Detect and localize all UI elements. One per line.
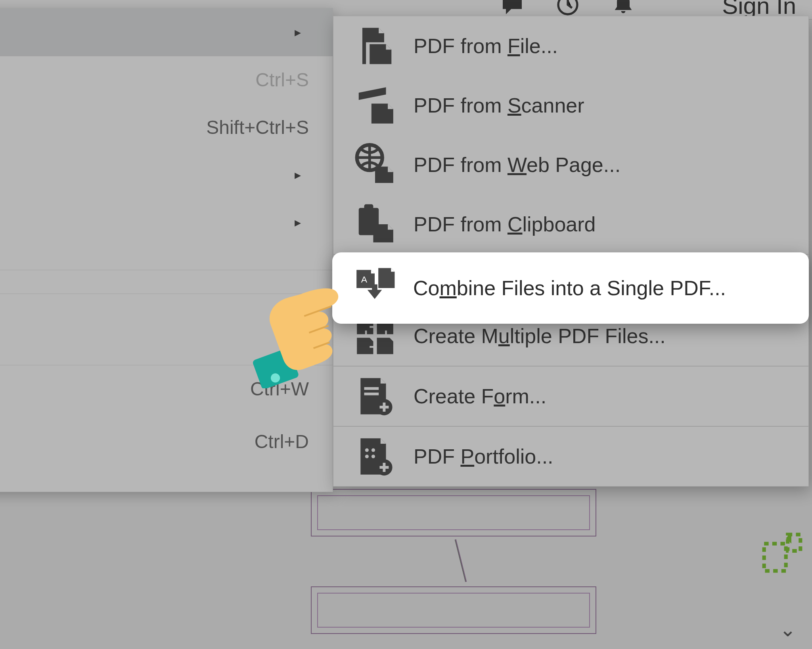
file-menu: ▸ Ctrl+S Shift+Ctrl+S ▸ ▸ Ctrl+W Ctrl+D — [0, 8, 333, 492]
menu-item-label: PDF Portfolio... — [414, 445, 789, 468]
background-document — [309, 487, 619, 638]
svg-point-11 — [365, 454, 369, 458]
create-submenu: PDF from File... PDF from Scanner PDF fr… — [333, 16, 809, 487]
file-menu-saveas[interactable]: Shift+Ctrl+S — [0, 103, 333, 151]
svg-rect-0 — [764, 544, 786, 571]
file-menu-save[interactable]: Ctrl+S — [0, 56, 333, 103]
submenu-pdf-from-file[interactable]: PDF from File... — [333, 16, 808, 76]
menu-item-label: PDF from Clipboard — [414, 212, 789, 236]
svg-rect-5 — [364, 204, 373, 212]
svg-rect-7 — [364, 393, 379, 395]
rotate-crop-icon[interactable] — [760, 531, 804, 575]
submenu-arrow-icon: ▸ — [295, 25, 301, 40]
submenu-pdf-from-web[interactable]: PDF from Web Page... — [333, 135, 808, 195]
file-menu-close[interactable]: Ctrl+W — [0, 365, 333, 412]
combine-files-icon: A — [353, 266, 396, 310]
shortcut-label: Ctrl+W — [250, 378, 309, 400]
menu-item-label: Create Multiple PDF Files... — [414, 324, 789, 348]
create-form-icon — [353, 374, 397, 418]
submenu-arrow-icon: ▸ — [295, 215, 301, 230]
submenu-portfolio[interactable]: PDF Portfolio... — [333, 426, 808, 486]
file-menu-saveasother[interactable]: ▸ — [0, 151, 333, 199]
file-menu-spacer — [0, 294, 333, 365]
shortcut-label: Shift+Ctrl+S — [206, 116, 309, 138]
chevron-down-icon[interactable]: ⌄ — [779, 618, 796, 641]
pdf-from-file-icon — [353, 24, 397, 68]
menu-item-label: PDF from Scanner — [414, 94, 789, 117]
pdf-from-clipboard-icon — [353, 202, 397, 246]
file-menu-export[interactable]: ▸ — [0, 199, 333, 246]
svg-rect-6 — [364, 387, 379, 390]
menu-item-label: Create Form... — [414, 384, 789, 408]
svg-point-12 — [372, 454, 375, 458]
submenu-combine-files[interactable]: A Combine Files into a Single PDF... — [332, 252, 809, 324]
shortcut-label: Ctrl+D — [255, 431, 309, 452]
svg-point-9 — [365, 448, 369, 452]
pdf-from-web-icon — [353, 143, 397, 187]
menu-item-label: PDF from Web Page... — [414, 153, 789, 177]
svg-text:A: A — [361, 274, 368, 284]
pdf-portfolio-icon — [353, 435, 397, 478]
file-menu-create[interactable]: ▸ — [0, 8, 333, 56]
svg-point-10 — [372, 448, 375, 452]
file-menu-properties[interactable]: Ctrl+D — [0, 412, 333, 492]
submenu-create-form[interactable]: Create Form... — [333, 366, 808, 426]
submenu-arrow-icon: ▸ — [295, 167, 301, 182]
shortcut-label: Ctrl+S — [255, 69, 309, 91]
submenu-pdf-from-clipboard[interactable]: PDF from Clipboard — [333, 195, 808, 254]
file-menu-spacer — [0, 246, 333, 270]
file-menu-spacer — [0, 270, 333, 294]
menu-item-label: Combine Files into a Single PDF... — [413, 276, 726, 300]
menu-item-label: PDF from File... — [414, 34, 789, 58]
submenu-pdf-from-scanner[interactable]: PDF from Scanner — [333, 76, 808, 135]
pdf-from-scanner-icon — [353, 84, 397, 127]
